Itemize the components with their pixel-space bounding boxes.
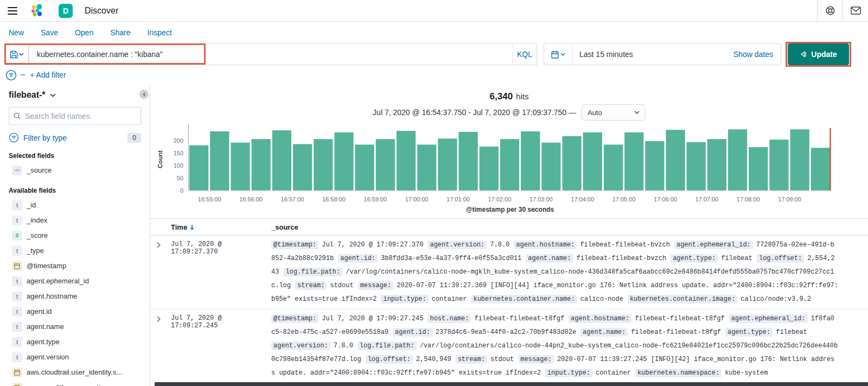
menu-item-open[interactable]: Open <box>75 28 93 37</box>
interval-select[interactable]: Auto <box>582 104 646 121</box>
field-value: 7.8.0 <box>490 241 509 249</box>
field-item-agent.version[interactable]: tagent.version <box>9 350 141 364</box>
field-key-badge[interactable]: @timestamp: <box>271 314 318 323</box>
field-item-_type[interactable]: t_type <box>9 243 141 258</box>
field-type-string-icon: t <box>12 200 22 210</box>
field-value: filebeat <box>776 328 807 336</box>
field-key-badge[interactable]: agent.ephemeral_id: <box>674 241 753 249</box>
histogram-bar <box>583 132 602 191</box>
index-pattern-select[interactable]: filebeat-* <box>9 90 141 100</box>
field-item-_id[interactable]: t_id <box>9 198 141 212</box>
chart-time-range: Jul 7, 2020 @ 16:54:37.750 - Jul 7, 2020… <box>373 108 576 117</box>
newsfeed-icon[interactable] <box>843 0 868 21</box>
field-key-badge[interactable]: input.type: <box>545 369 592 377</box>
field-key-badge[interactable]: agent.hostname: <box>514 241 577 249</box>
field-type-number-icon: # <box>12 231 22 241</box>
filter-circle-icon[interactable] <box>5 69 17 81</box>
quick-select-button[interactable] <box>544 44 573 65</box>
field-key-badge[interactable]: log.file.path: <box>283 268 342 276</box>
histogram-bar <box>707 139 726 191</box>
field-key-badge[interactable]: input.type: <box>381 295 428 303</box>
discover-app-badge[interactable]: D <box>59 4 73 18</box>
menu-item-new[interactable]: New <box>9 28 24 37</box>
field-key-badge[interactable]: @timestamp: <box>271 241 318 249</box>
field-item-agent.type[interactable]: tagent.type <box>9 334 141 349</box>
search-icon <box>14 112 21 119</box>
calendar-icon <box>14 369 20 376</box>
histogram-bar <box>666 130 685 191</box>
expand-row-icon[interactable] <box>150 238 167 306</box>
query-language-button[interactable]: KQL <box>512 44 537 65</box>
column-header-source[interactable]: _source <box>271 223 298 231</box>
field-key-badge[interactable]: message: <box>518 355 554 364</box>
svg-text:17:08:00: 17:08:00 <box>737 196 760 203</box>
available-fields-heading: Available fields <box>9 187 141 194</box>
field-key-badge[interactable]: kubernetes.container.image: <box>628 295 737 303</box>
field-item-aws.cloudtrail.user_identity.s...[interactable]: aws.cloudtrail.user_identity.s... <box>9 365 141 379</box>
field-key-badge[interactable]: agent.version: <box>427 241 487 249</box>
histogram-bar <box>563 136 582 191</box>
sort-down-icon <box>189 224 195 230</box>
svg-text:16:55:00: 16:55:00 <box>198 196 221 203</box>
field-key-badge[interactable]: stream: <box>456 355 487 364</box>
field-key-badge[interactable]: message: <box>358 281 394 290</box>
hamburger-menu-icon[interactable] <box>0 1 25 21</box>
histogram-bar <box>500 139 519 191</box>
field-key-badge[interactable]: agent.type: <box>671 254 718 263</box>
field-item-_index[interactable]: t_index <box>9 213 141 227</box>
field-key-badge[interactable]: agent.name: <box>526 254 573 263</box>
filter-by-type-button[interactable]: Filter by type <box>23 134 67 142</box>
menu-item-inspect[interactable]: Inspect <box>148 28 172 37</box>
saved-query-menu-button[interactable] <box>4 43 29 65</box>
index-pattern-name: filebeat-* <box>9 90 46 100</box>
column-header-time[interactable]: Time <box>171 223 195 231</box>
help-icon[interactable] <box>818 0 843 21</box>
collapse-sidebar-icon[interactable] <box>139 90 149 99</box>
query-input[interactable]: kubernetes.container.name : "kibana" KQL <box>29 43 537 65</box>
field-value: 7.8.0 <box>334 342 353 350</box>
field-key-badge[interactable]: agent.ephemeral_id: <box>729 314 808 323</box>
field-key-badge[interactable]: agent.hostname: <box>569 314 631 323</box>
expand-row-icon[interactable] <box>150 312 167 386</box>
menu-item-share[interactable]: Share <box>110 28 130 37</box>
field-item-_score[interactable]: #_score <box>9 228 141 243</box>
svg-text:17:01:00: 17:01:00 <box>446 196 470 203</box>
field-item-@timestamp[interactable]: @timestamp <box>9 258 141 273</box>
field-key-badge[interactable]: host.name: <box>427 314 471 323</box>
field-item-agent.hostname[interactable]: tagent.hostname <box>9 289 141 303</box>
field-type-string-icon: t <box>12 337 22 347</box>
field-key-badge[interactable]: log.file.path: <box>358 341 417 350</box>
horizontal-scrollbar[interactable] <box>155 382 868 386</box>
field-key-badge[interactable]: agent.name: <box>580 328 628 337</box>
field-key-badge[interactable]: agent.id: <box>338 254 378 263</box>
histogram-bar <box>272 130 291 191</box>
field-key-badge[interactable]: kubernetes.container.name: <box>471 295 577 303</box>
svg-text:17:00:00: 17:00:00 <box>405 196 429 203</box>
field-item-azure.auditlogs.properties.ac...[interactable]: azure.auditlogs.properties.ac... <box>9 380 141 386</box>
field-item-agent.ephemeral_id[interactable]: tagent.ephemeral_id <box>9 274 141 288</box>
field-key-badge[interactable]: log.offset: <box>757 254 804 263</box>
field-item-agent.name[interactable]: tagent.name <box>9 319 141 334</box>
field-type-string-icon: t <box>12 307 22 317</box>
field-key-badge[interactable]: stream: <box>295 281 327 290</box>
histogram-chart[interactable]: 050100150200Count16:55:0016:56:0016:57:0… <box>150 121 868 214</box>
field-value: filebeat-filebeat-bvzch <box>580 241 670 249</box>
field-item-_source[interactable]: </>_source <box>9 163 141 178</box>
field-key-badge[interactable]: agent.type: <box>725 328 773 337</box>
field-item-agent.id[interactable]: tagent.id <box>9 304 141 319</box>
menu-item-save[interactable]: Save <box>41 28 58 37</box>
field-search-input[interactable] <box>24 111 136 121</box>
time-range-value[interactable]: Last 15 minutes <box>573 50 733 59</box>
field-key-badge[interactable]: agent.version: <box>271 341 330 350</box>
field-value: filebeat-filebeat-t8fgf <box>635 315 725 322</box>
add-filter-button[interactable]: + Add filter <box>30 71 66 79</box>
svg-text:17:09:00: 17:09:00 <box>778 196 801 203</box>
field-key-badge[interactable]: kubernetes.namespace: <box>635 369 722 377</box>
field-type-string-icon: t <box>12 292 22 301</box>
histogram-bar <box>293 144 312 191</box>
field-key-badge[interactable]: agent.id: <box>393 328 432 337</box>
field-key-badge[interactable]: log.offset: <box>366 355 413 364</box>
histogram-bar <box>231 143 250 191</box>
update-button[interactable]: Update <box>788 43 849 65</box>
show-dates-link[interactable]: Show dates <box>733 50 781 59</box>
